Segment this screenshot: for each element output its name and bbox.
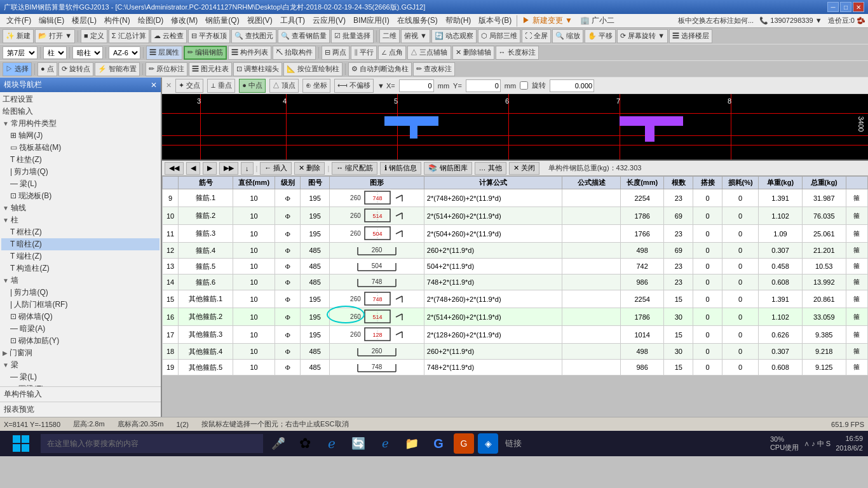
btn-auto-corner[interactable]: ⚙ 自动判断边角柱 <box>348 62 412 76</box>
nav-col-group[interactable]: ▼ 柱 <box>1 214 159 226</box>
btn-calc[interactable]: Σ 汇总计算 <box>109 29 149 43</box>
nav-raft-foundation[interactable]: ▭ 筏板基础(M) <box>1 142 159 154</box>
btn-point-angle[interactable]: ∠ 点角 <box>378 46 406 60</box>
x-coord-input[interactable] <box>399 79 434 92</box>
btn-2d[interactable]: 二维 <box>379 29 400 43</box>
nav-axis-net[interactable]: ⊞ 轴网(J) <box>1 130 159 142</box>
btn-find[interactable]: 🔍 查找图元 <box>231 29 276 43</box>
menu-floor[interactable]: 楼层(L) <box>68 14 100 27</box>
btn-rotate[interactable]: ⟳ 屏幕旋转 ▼ <box>617 29 668 43</box>
snap-top[interactable]: △ 顶点 <box>269 79 299 93</box>
table-row[interactable]: 18 其他箍筋.4 10 Φ 485 260 260+2*(11.9*d) 49… <box>163 344 868 360</box>
nav-beam-group[interactable]: ▼ 梁 <box>1 359 159 371</box>
y-coord-input[interactable] <box>466 79 501 92</box>
btn-pan[interactable]: ✋ 平移 <box>585 29 616 43</box>
btn-dynamic[interactable]: 🔄 动态观察 <box>431 29 477 43</box>
close-button[interactable]: ✕ <box>853 2 864 12</box>
btn-point[interactable]: ● 点 <box>37 62 57 76</box>
nav-engineering-setup[interactable]: 工程设置 <box>1 93 159 105</box>
nav-masonry-rebar[interactable]: ⊡ 砌体加筋(Y) <box>1 335 159 347</box>
btn-member-list[interactable]: ☰ 构件列表 <box>228 46 271 60</box>
minimize-button[interactable]: ─ <box>827 2 839 12</box>
btn-flatten[interactable]: ⊟ 平齐板顶 <box>188 29 230 43</box>
nav-cast-slab-common[interactable]: ⊡ 现浇板(B) <box>1 190 159 202</box>
rotate-input[interactable] <box>550 79 594 92</box>
table-row[interactable]: 11 箍筋.3 10 Φ 195 260 504 2*(504+260)+2*(… <box>163 225 868 243</box>
snap-cross[interactable]: ✦ 交点 <box>175 79 203 93</box>
btn-define[interactable]: ■ 定义 <box>81 29 107 43</box>
rebar-nav-last[interactable]: ▶▶ <box>219 162 238 175</box>
menu-modify[interactable]: 修改(M) <box>167 14 201 27</box>
member-code-select[interactable]: AZ-6 <box>109 46 140 59</box>
nav-draw-input[interactable]: 绘图输入 <box>1 105 159 118</box>
nav-frame-col[interactable]: T 框柱(Z) <box>1 226 159 238</box>
rebar-btn-info[interactable]: ℹ 钢筋信息 <box>380 162 421 175</box>
menu-bim[interactable]: BIM应用(I) <box>349 14 393 27</box>
btn-two-points[interactable]: ⊟ 两点 <box>322 46 349 60</box>
btn-adj-col-head[interactable]: ⊡ 调整柱端头 <box>233 62 282 76</box>
menu-version[interactable]: 版本号(B) <box>475 14 515 27</box>
menu-file[interactable]: 文件(F) <box>3 14 35 27</box>
taskbar-app1-icon[interactable]: G <box>454 433 474 454</box>
snap-mid[interactable]: ● 中点 <box>239 79 266 93</box>
table-row[interactable]: 16 其他箍筋.2 10 Φ 195 260 514 2*(514+260)+2… <box>163 308 868 326</box>
btn-local-3d[interactable]: ⬡ 局部三维 <box>478 29 520 43</box>
btn-three-points[interactable]: △ 三点辅轴 <box>407 46 451 60</box>
taskbar-g-icon[interactable]: G <box>427 432 450 455</box>
table-row[interactable]: 17 其他箍筋.3 10 Φ 195 260 128 2*(128+260)+2… <box>163 326 868 344</box>
taskbar-refresh-icon[interactable]: 🔄 <box>347 432 370 455</box>
nav-civil-def-wall[interactable]: | 人防门框墙(RF) <box>1 299 159 311</box>
taskbar-link-icon[interactable]: 链接 <box>502 432 525 455</box>
nav-hidden-beam[interactable]: — 暗梁(A) <box>1 323 159 335</box>
rebar-table-container[interactable]: 筋号 直径(mm) 级别 图号 图形 计算公式 公式描述 长度(mm) 根数 搭… <box>162 176 868 417</box>
rebar-btn-delete[interactable]: ✕ 删除 <box>294 162 325 175</box>
table-row[interactable]: 12 箍筋.4 10 Φ 485 260 260+2*(11.9*d) 498 … <box>163 243 868 259</box>
rotate-checkbox[interactable] <box>520 81 528 90</box>
nav-shear-wall[interactable]: | 剪力墙(Q) <box>1 287 159 299</box>
member-type-select[interactable]: 柱 <box>43 46 67 59</box>
btn-fullscreen[interactable]: ⛶ 全屏 <box>522 29 551 43</box>
menu-member[interactable]: 构件(N) <box>100 14 134 27</box>
taskbar-pinwheel-icon[interactable]: ✿ <box>294 432 316 455</box>
maximize-button[interactable]: □ <box>840 2 851 12</box>
table-row[interactable]: 13 箍筋.5 10 Φ 485 504 504+2*(11.9*d) 742 … <box>163 259 868 274</box>
taskbar-ie-icon[interactable]: ℯ <box>320 432 343 455</box>
nav-axis-group[interactable]: ▼ 轴线 <box>1 202 159 214</box>
taskbar-edge-icon[interactable]: ℯ <box>374 432 397 455</box>
nav-beam-common[interactable]: — 梁(L) <box>1 178 159 190</box>
btn-change-mark[interactable]: ✏ 查改标注 <box>413 62 455 76</box>
table-row[interactable]: 15 其他箍筋.1 10 Φ 195 260 748 2*(748+260)+2… <box>163 290 868 308</box>
nav-wall-group[interactable]: ▼ 墙 <box>1 274 159 287</box>
snap-no-offset[interactable]: ⟻ 不偏移 <box>334 79 374 93</box>
btn-open[interactable]: 📂 打开 ▼ <box>35 29 75 43</box>
btn-select[interactable]: ▷ 选择 <box>3 62 32 76</box>
snap-perp[interactable]: ⊥ 垂点 <box>207 79 235 93</box>
taskbar-folder-icon[interactable]: 📁 <box>400 432 423 455</box>
snap-coord[interactable]: ⊕ 坐标 <box>302 79 330 93</box>
btn-zoom[interactable]: 🔍 缩放 <box>552 29 583 43</box>
menu-view[interactable]: 视图(V) <box>243 14 276 27</box>
table-row[interactable]: 9 箍筋.1 10 Φ 195 260 748 2*(748+260)+2*(1… <box>163 189 868 207</box>
nav-col-pad[interactable]: T 柱垫(Z) <box>1 154 159 166</box>
btn-elem-col-table[interactable]: ☰ 图元柱表 <box>189 62 232 76</box>
btn-origin-mark[interactable]: ✏ 原位标注 <box>146 62 187 76</box>
btn-view-rebar[interactable]: 🔍 查看钢筋量 <box>278 29 330 43</box>
btn-smart-layout[interactable]: ⚡ 智能布置 <box>95 62 140 76</box>
menu-help[interactable]: 帮助(H) <box>442 14 475 27</box>
nav-end-col[interactable]: T 端柱(Z) <box>1 250 159 262</box>
menu-online[interactable]: 在线服务(S) <box>393 14 442 27</box>
menu-cloud[interactable]: 云应用(V) <box>309 14 349 27</box>
rebar-nav-next[interactable]: ▶ <box>203 162 217 175</box>
rebar-btn-insert[interactable]: ← 插入 <box>260 162 292 175</box>
taskbar-app2-icon[interactable]: ◈ <box>478 433 498 454</box>
nav-shear-wall-common[interactable]: | 剪力墙(Q) <box>1 166 159 178</box>
table-row[interactable]: 10 箍筋.2 10 Φ 195 260 514 2*(514+260)+2*(… <box>163 207 868 225</box>
taskbar-microphone-icon[interactable]: 🎤 <box>267 432 290 455</box>
btn-top-view[interactable]: 俯视 ▼ <box>401 29 430 43</box>
btn-new[interactable]: ✨ 新建 <box>3 29 34 43</box>
member-sub-select[interactable]: 暗柱 <box>72 46 103 59</box>
btn-select-floor[interactable]: ☰ 选择楼层 <box>669 29 712 43</box>
nav-common-types[interactable]: ▼ 常用构件类型 <box>1 118 159 130</box>
nav-masonry-wall[interactable]: ⊡ 砌体墙(Q) <box>1 311 159 323</box>
rebar-btn-other[interactable]: … 其他 <box>475 162 506 175</box>
